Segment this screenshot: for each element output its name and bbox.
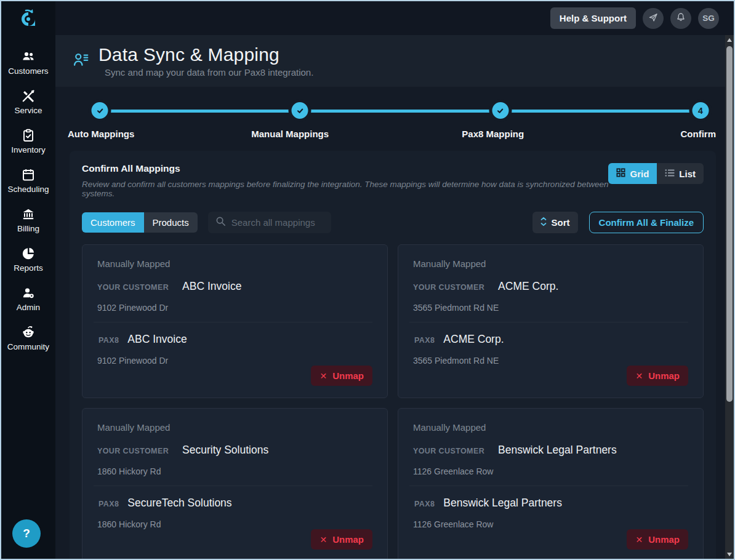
sidebar-item-billing[interactable]: Billing [1, 207, 55, 233]
sidebar-item-label: Inventory [11, 145, 46, 154]
confirm-mappings-panel: Confirm All Mappings Review and confirm … [70, 151, 716, 560]
tab-products[interactable]: Products [144, 212, 198, 233]
customer-address: 1860 Hickory Rd [97, 466, 372, 476]
sidebar-item-label: Scheduling [8, 185, 49, 194]
customer-name: ABC Invoice [182, 280, 241, 293]
pax8-address: 3565 Piedmont Rd NE [413, 356, 688, 366]
unmap-button[interactable]: ✕ Unmap [627, 529, 688, 550]
step-confirm-circle[interactable]: 4 [689, 99, 712, 122]
pie-chart-icon [21, 246, 36, 261]
confirm-all-finalize-button[interactable]: Confirm All & Finalize [589, 212, 704, 233]
scrollbar-thumb[interactable] [726, 46, 733, 402]
app-logo-icon[interactable] [18, 7, 39, 32]
tab-customers[interactable]: Customers [82, 212, 144, 233]
view-toggle: Grid List [608, 163, 704, 184]
page-header: Data Sync & Mapping Sync and map your da… [55, 35, 725, 87]
main-area: Help & Support SG Data Sync & Mapp [55, 1, 734, 559]
search-icon [215, 216, 226, 229]
scroll-up-arrow[interactable] [725, 35, 734, 44]
grid-view-button[interactable]: Grid [608, 163, 657, 184]
pax8-label: PAX8 [414, 336, 435, 345]
sidebar-item-label: Billing [17, 224, 39, 233]
close-icon: ✕ [319, 535, 327, 545]
close-icon: ✕ [319, 371, 327, 381]
page-content: Data Sync & Mapping Sync and map your da… [55, 35, 725, 560]
search-box[interactable] [208, 212, 331, 233]
pax8-address: 1860 Hickory Rd [97, 519, 372, 529]
notifications-button[interactable] [670, 8, 691, 29]
sidebar-item-inventory[interactable]: Inventory [1, 128, 55, 154]
check-icon [295, 106, 304, 115]
sidebar-item-label: Service [14, 106, 42, 115]
customer-address: 1126 Greenlace Row [413, 466, 688, 476]
sidebar-item-label: Reports [14, 263, 42, 273]
pax8-label: PAX8 [414, 500, 435, 508]
sidebar: Customers Service Inventory Scheduling [1, 1, 55, 559]
pax8-label: PAX8 [98, 336, 119, 345]
pax8-name: ABC Invoice [127, 333, 187, 346]
unmap-button[interactable]: ✕ Unmap [311, 529, 372, 550]
mapping-status: Manually Mapped [97, 422, 372, 433]
tools-icon [21, 89, 36, 103]
user-avatar[interactable]: SG [698, 8, 719, 29]
people-icon [21, 49, 36, 64]
sidebar-item-label: Community [7, 342, 49, 351]
entity-tabs: Customers Products [82, 212, 198, 233]
list-view-button[interactable]: List [657, 163, 704, 184]
sort-arrows-icon [540, 217, 547, 228]
card-divider [94, 486, 372, 486]
panel-title: Confirm All Mappings [82, 163, 608, 174]
sidebar-item-community[interactable]: Community [1, 325, 55, 351]
sidebar-item-label: Customers [8, 66, 48, 76]
help-support-button[interactable]: Help & Support [550, 7, 636, 29]
close-icon: ✕ [635, 371, 643, 381]
pax8-address: 1126 Greenlace Row [413, 519, 688, 529]
vertical-scrollbar[interactable] [725, 35, 734, 559]
mapping-status: Manually Mapped [413, 422, 688, 433]
scroll-down-arrow[interactable] [725, 550, 734, 559]
sidebar-item-reports[interactable]: Reports [1, 246, 55, 273]
sidebar-item-service[interactable]: Service [1, 89, 55, 115]
unmap-button[interactable]: ✕ Unmap [627, 366, 688, 386]
step-pax8-mapping-circle[interactable] [489, 99, 512, 122]
pax8-name: ACME Corp. [443, 333, 504, 346]
close-icon: ✕ [635, 535, 643, 545]
customer-name: Benswick Legal Partners [498, 444, 617, 457]
panel-description: Review and confirm all customers mapping… [82, 180, 608, 198]
sort-button[interactable]: Sort [532, 212, 578, 233]
unmap-button[interactable]: ✕ Unmap [311, 366, 372, 386]
progress-stepper: 4 Auto Mappings Manual Mappings Pax8 Map… [55, 87, 725, 151]
mapping-card: Manually Mapped YOUR CUSTOMER ACME Corp.… [398, 244, 704, 398]
card-divider [94, 322, 372, 322]
pax8-address: 9102 Pinewood Dr [97, 356, 372, 366]
mascot-icon [21, 325, 36, 340]
sidebar-nav: Customers Service Inventory Scheduling [1, 49, 55, 351]
list-icon [665, 169, 675, 179]
sidebar-item-scheduling[interactable]: Scheduling [1, 167, 55, 194]
your-customer-label: YOUR CUSTOMER [413, 283, 484, 292]
mappings-grid: Manually Mapped YOUR CUSTOMER ABC Invoic… [82, 244, 704, 560]
person-list-icon [71, 50, 90, 71]
send-button[interactable] [643, 8, 664, 29]
customer-address: 3565 Piedmont Rd NE [413, 303, 688, 313]
customer-address: 9102 Pinewood Dr [97, 303, 372, 313]
your-customer-label: YOUR CUSTOMER [97, 447, 169, 455]
clipboard-check-icon [21, 128, 36, 143]
app-window: Customers Service Inventory Scheduling [0, 0, 735, 560]
step-auto-mappings-circle[interactable] [89, 99, 111, 122]
pax8-label: PAX8 [98, 500, 119, 508]
step-label-manual-mappings: Manual Mappings [251, 129, 329, 139]
send-icon [648, 12, 659, 25]
sidebar-item-customers[interactable]: Customers [1, 49, 55, 76]
step-label-auto-mappings: Auto Mappings [68, 129, 134, 139]
help-fab-button[interactable]: ? [12, 519, 41, 548]
person-badge-icon [21, 286, 36, 300]
your-customer-label: YOUR CUSTOMER [97, 283, 169, 292]
check-icon [496, 106, 505, 115]
page-title: Data Sync & Mapping [98, 44, 313, 65]
mapping-card: Manually Mapped YOUR CUSTOMER ABC Invoic… [82, 244, 388, 398]
search-input[interactable] [231, 217, 324, 228]
sidebar-item-admin[interactable]: Admin [1, 286, 55, 312]
grid-icon [616, 168, 625, 179]
step-manual-mappings-circle[interactable] [289, 99, 311, 122]
